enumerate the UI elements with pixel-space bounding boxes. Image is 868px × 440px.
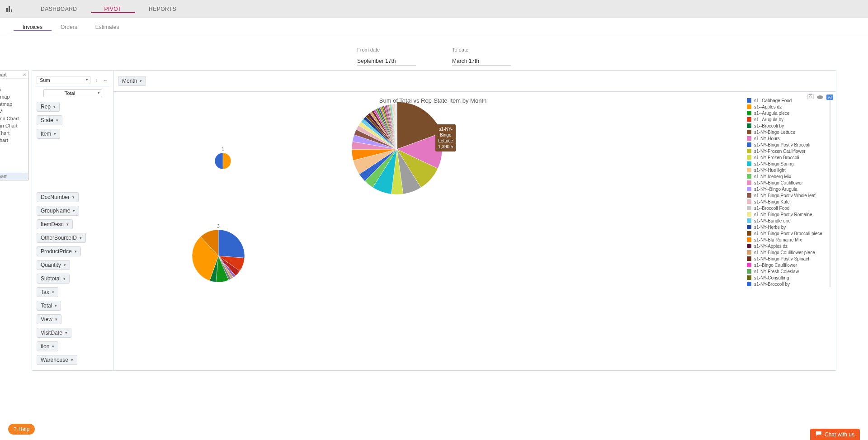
- field-tax[interactable]: Tax: [37, 287, 58, 297]
- chart-type-option[interactable]: Stacked Bar Chart: [0, 137, 28, 144]
- legend-swatch: [747, 174, 751, 179]
- chart-type-option[interactable]: Dot Chart: [0, 151, 28, 158]
- tab-orders[interactable]: Orders: [52, 24, 86, 30]
- legend-item[interactable]: s1--Arugula by: [747, 116, 828, 123]
- legend-item[interactable]: s1--Bingo Cauliflower: [747, 262, 828, 268]
- chart-type-option[interactable]: Table Heatmap: [0, 86, 28, 93]
- legend-swatch: [747, 263, 751, 267]
- legend-item[interactable]: s1-NY-Bingo Cauliflower: [747, 180, 828, 186]
- pie-chart-1: 1: [214, 147, 232, 170]
- top-nav: DASHBOARDPIVOTREPORTS: [0, 0, 868, 18]
- ai-button[interactable]: AI: [826, 95, 833, 100]
- date-filter-row: From date September 17th To date March 1…: [0, 36, 868, 70]
- nav-reports[interactable]: REPORTS: [135, 6, 190, 12]
- legend-item[interactable]: s1-NY-Frozen Cauliflower: [747, 148, 828, 154]
- chart-type-option[interactable]: Scatter Chart: [0, 166, 28, 173]
- legend-swatch: [747, 180, 751, 185]
- legend-item[interactable]: s1-NY-Bingo Spring: [747, 161, 828, 167]
- legend-swatch: [747, 98, 751, 103]
- field-subtotal[interactable]: Subtotal: [37, 274, 70, 284]
- field-othersourceid[interactable]: OtherSourceID: [37, 233, 86, 243]
- sort-vert-icon[interactable]: ↕: [93, 77, 99, 83]
- chart-type-option[interactable]: Table: [0, 79, 28, 86]
- to-date-input[interactable]: March 17th: [452, 57, 511, 66]
- legend-item[interactable]: s1-NY-Bingo Postiv Broccoli: [747, 142, 828, 148]
- legend-swatch: [747, 269, 751, 274]
- legend-item[interactable]: s1-NY-Bingo Postiv Spinach: [747, 255, 828, 262]
- field-quantity[interactable]: Quantity: [37, 260, 70, 270]
- legend-swatch: [747, 161, 751, 166]
- pie-chart-2: 2 s1-NY-Bingo Lettuce 1,390.5: [349, 102, 444, 197]
- chart-type-dropdown[interactable]: Multiple Pie Chart ✕ TableTable HeatmapT…: [0, 71, 28, 180]
- svg-rect-5: [809, 94, 812, 95]
- field-tion[interactable]: tion: [37, 341, 58, 351]
- legend-item[interactable]: s1-NY-Frozen Broccoli: [747, 154, 828, 161]
- camera-icon[interactable]: [807, 94, 814, 100]
- row-dim-item[interactable]: Item: [37, 129, 60, 139]
- chart-type-option[interactable]: Table Row Heatmap: [0, 100, 28, 108]
- legend-item[interactable]: s1-NY-Broccoli by: [747, 281, 828, 287]
- chart-type-option[interactable]: Multiple Pie Chart: [0, 173, 28, 180]
- from-date-input[interactable]: September 17th: [357, 57, 416, 66]
- field-view[interactable]: View: [37, 314, 61, 324]
- legend-item[interactable]: s1-NY-Bingo Postiv Romaine: [747, 211, 828, 218]
- sort-horiz-icon[interactable]: ↔: [102, 77, 108, 83]
- field-total[interactable]: Total: [37, 301, 61, 311]
- legend-item[interactable]: s1-NY-Herbs by: [747, 224, 828, 230]
- legend-item[interactable]: s1-NY-Consulting: [747, 274, 828, 281]
- legend-swatch: [747, 193, 751, 198]
- chart-type-option[interactable]: Line Chart: [0, 144, 28, 151]
- chart-legend[interactable]: s1--Cabbage Foods1--Apples dzs1--Arugula…: [747, 97, 830, 287]
- chart-type-option[interactable]: Exportable TSV: [0, 108, 28, 115]
- legend-item[interactable]: s1-NY--Bingo Arugula: [747, 186, 828, 192]
- legend-item[interactable]: s1-NY-Apples dz: [747, 243, 828, 249]
- chart-type-option[interactable]: Table Col Heatmap: [0, 93, 28, 100]
- legend-item[interactable]: s1-NY-Bingo Postiv Whole leaf: [747, 192, 828, 199]
- dropdown-clear-icon[interactable]: ✕: [23, 72, 26, 77]
- chart-type-option[interactable]: Grouped Column Chart: [0, 115, 28, 122]
- legend-item[interactable]: s1--Arugula piece: [747, 110, 828, 116]
- legend-swatch: [747, 225, 751, 229]
- field-productprice[interactable]: ProductPrice: [37, 246, 81, 256]
- legend-swatch: [747, 136, 751, 141]
- chart-type-option[interactable]: Area Chart: [0, 158, 28, 166]
- row-dim-state[interactable]: State: [37, 115, 62, 125]
- aggregator-select[interactable]: Sum: [37, 76, 90, 84]
- pie-3-label: 3: [191, 224, 245, 229]
- row-dim-rep[interactable]: Rep: [37, 102, 60, 112]
- legend-item[interactable]: s1-NY-Blu Romaine Mix: [747, 237, 828, 243]
- legend-item[interactable]: s1--Broccoli Food: [747, 205, 828, 211]
- legend-item[interactable]: s1-NY-Iceberg Mix: [747, 173, 828, 180]
- legend-item[interactable]: s1--Apples dz: [747, 104, 828, 110]
- legend-item[interactable]: s1-NY-Bingo Couliflower piece: [747, 249, 828, 255]
- legend-item[interactable]: s1-NY-Bundle one: [747, 218, 828, 224]
- chart-area: AI Sum of Total vs Rep-State-Item by Mon…: [113, 92, 836, 370]
- chart-type-option[interactable]: Stacked Column Chart: [0, 122, 28, 129]
- field-docnumber[interactable]: DocNumber: [37, 192, 79, 202]
- field-itemdesc[interactable]: ItemDesc: [37, 219, 73, 229]
- legend-item[interactable]: s1-NY-Hours: [747, 135, 828, 142]
- cloud-icon[interactable]: [816, 94, 824, 100]
- pie-2-label: 2: [408, 99, 411, 104]
- legend-item[interactable]: s1-NY-Bingo Lettuce: [747, 129, 828, 135]
- nav-pivot[interactable]: PIVOT: [91, 6, 136, 13]
- legend-swatch: [747, 206, 751, 210]
- pivot-main-panel: Month AI Sum of Total vs Rep-State-Item …: [113, 71, 836, 370]
- from-date-label: From date: [357, 47, 416, 52]
- legend-item[interactable]: s1-NY-Hue light: [747, 167, 828, 173]
- chart-type-option[interactable]: Grouped Bar Chart: [0, 129, 28, 137]
- chart-type-selected: Multiple Pie Chart: [0, 72, 7, 77]
- tab-invoices[interactable]: Invoices: [14, 24, 52, 31]
- legend-item[interactable]: s1-NY-Bingo Kale: [747, 199, 828, 205]
- field-groupname[interactable]: GroupName: [37, 206, 79, 216]
- col-dimension-month[interactable]: Month: [118, 76, 146, 86]
- tab-estimates[interactable]: Estimates: [86, 24, 128, 30]
- legend-swatch: [747, 237, 751, 242]
- legend-item[interactable]: s1--Broccoli by: [747, 123, 828, 129]
- field-visitdate[interactable]: VisitDate: [37, 328, 71, 338]
- field-warehouse[interactable]: Warehouse: [37, 355, 77, 365]
- value-field-select[interactable]: Total: [43, 89, 102, 97]
- legend-item[interactable]: s1-NY-Fresh Coleslaw: [747, 268, 828, 274]
- legend-item[interactable]: s1-NY-Bingo Postiv Broccoli piece: [747, 230, 828, 237]
- nav-dashboard[interactable]: DASHBOARD: [27, 6, 91, 12]
